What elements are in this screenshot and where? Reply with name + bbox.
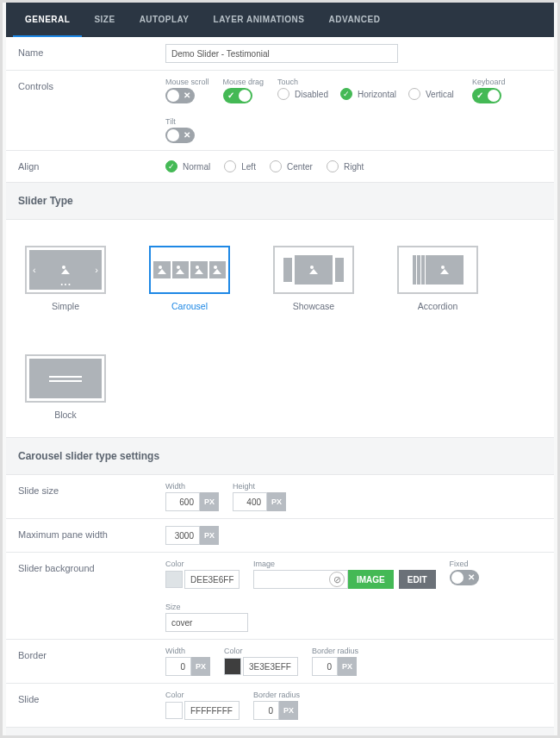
tab-general[interactable]: GENERAL [13, 3, 82, 37]
slide-height-input[interactable] [233, 492, 267, 511]
tab-bar: GENERAL SIZE AUTOPLAY LAYER ANIMATIONS A… [6, 3, 554, 37]
align-label: Align [6, 151, 157, 182]
border-color-input[interactable] [243, 657, 298, 676]
type-showcase[interactable]: Showcase [273, 246, 354, 311]
slide-label: Slide [6, 684, 157, 727]
bg-size-input[interactable] [165, 613, 248, 632]
px-unit: PX [200, 492, 219, 511]
align-normal[interactable]: Normal [165, 158, 210, 175]
touch-cap: Touch [277, 78, 458, 86]
slide-radius-input[interactable] [253, 701, 279, 720]
bg-color-input[interactable] [184, 570, 240, 589]
bg-label: Slider background [6, 553, 157, 639]
type-accordion[interactable]: Accordion [397, 246, 478, 311]
tilt-cap: Tilt [165, 117, 195, 126]
type-block[interactable]: Block [25, 354, 106, 420]
bg-fixed-toggle[interactable]: ✕ [450, 570, 479, 585]
name-input[interactable] [165, 44, 398, 63]
mouse-scroll-toggle[interactable]: ✕ [165, 88, 195, 103]
tab-autoplay[interactable]: AUTOPLAY [128, 3, 202, 37]
tilt-toggle[interactable]: ✕ [165, 128, 195, 143]
align-right[interactable]: Right [327, 158, 364, 175]
slide-width-input[interactable] [165, 492, 200, 511]
border-radius-input[interactable] [312, 657, 338, 676]
slide-size-label: Slide size [6, 475, 157, 518]
align-center[interactable]: Center [270, 158, 313, 175]
edit-button[interactable]: EDIT [399, 570, 436, 589]
max-pane-input[interactable] [165, 526, 200, 545]
slide-color-input[interactable] [184, 701, 240, 720]
tab-advanced[interactable]: ADVANCED [317, 3, 393, 37]
animation-settings-head: Animation settings [6, 728, 554, 735]
type-simple[interactable]: ‹›• • • Simple [25, 246, 106, 311]
mouse-drag-toggle[interactable]: ✓ [223, 88, 252, 103]
tab-size[interactable]: SIZE [82, 3, 127, 37]
border-label: Border [6, 640, 157, 683]
image-button[interactable]: IMAGE [348, 570, 394, 589]
align-left[interactable]: Left [224, 158, 256, 175]
tab-layer-animations[interactable]: LAYER ANIMATIONS [202, 3, 317, 37]
keyboard-cap: Keyboard [472, 78, 506, 86]
mouse-scroll-cap: Mouse scroll [165, 78, 209, 86]
slide-color-swatch[interactable] [165, 702, 183, 719]
max-pane-label: Maximum pane width [6, 519, 157, 552]
type-carousel[interactable]: Carousel [149, 246, 230, 311]
touch-vertical[interactable]: Vertical [408, 88, 454, 100]
touch-horizontal[interactable]: Horizontal [340, 88, 396, 100]
carousel-settings-head: Carousel slider type settings [6, 438, 554, 475]
mouse-drag-cap: Mouse drag [223, 78, 264, 86]
border-width-input[interactable] [165, 657, 191, 676]
touch-disabled[interactable]: Disabled [277, 88, 328, 100]
name-label: Name [6, 37, 157, 70]
bg-color-swatch[interactable] [165, 571, 183, 588]
slider-type-head: Slider Type [6, 183, 554, 220]
keyboard-toggle[interactable]: ✓ [472, 88, 501, 103]
controls-label: Controls [6, 71, 157, 150]
border-color-swatch[interactable] [224, 658, 241, 675]
clear-image-icon[interactable]: ⊘ [329, 572, 345, 587]
